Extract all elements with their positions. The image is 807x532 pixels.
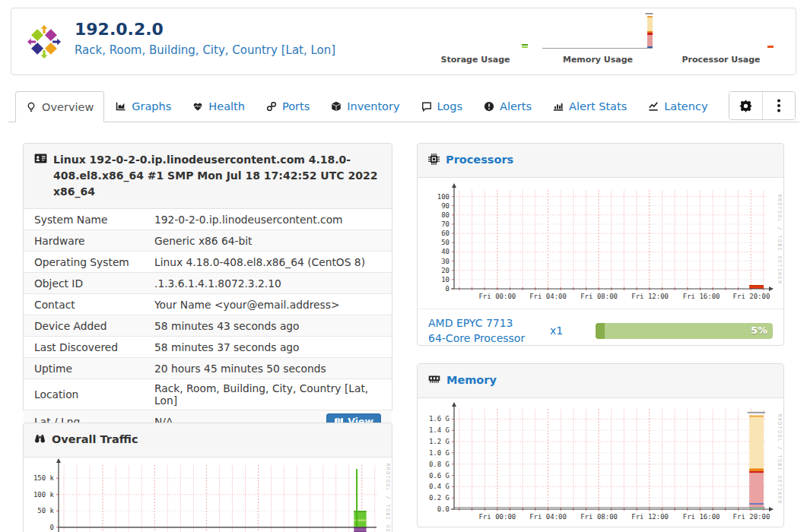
storage-usage-mini-graph[interactable]: Storage Usage <box>418 11 532 74</box>
tab-label: Logs <box>437 100 462 112</box>
row-value: 58 minutes 43 seconds ago <box>154 320 381 332</box>
svg-text:RRDTOOL / TOBI OETIKER: RRDTOOL / TOBI OETIKER <box>777 194 783 284</box>
row-label: Contact <box>34 299 154 311</box>
svg-text:RRDTOOL / TOBI OETIKER: RRDTOOL / TOBI OETIKER <box>777 413 783 504</box>
svg-text:10: 10 <box>441 276 450 283</box>
svg-text:150 k: 150 k <box>33 474 55 482</box>
system-info-row: Uptime20 hours 45 minutes 50 seconds <box>24 357 392 378</box>
link-icon <box>266 101 277 112</box>
svg-text:90: 90 <box>441 201 450 209</box>
tab-label: Alert Stats <box>569 100 627 112</box>
device-actions-group <box>729 91 796 120</box>
tab-alerts[interactable]: Alerts <box>474 91 542 122</box>
tab-label: Alerts <box>500 100 532 112</box>
svg-text:1.4 G: 1.4 G <box>429 426 450 434</box>
processors-header: Processors <box>418 144 783 178</box>
svg-text:Fri 00:00: Fri 00:00 <box>478 293 516 300</box>
row-label: Last Discovered <box>34 341 154 353</box>
line-chart-icon <box>648 101 659 112</box>
device-settings-button[interactable] <box>729 92 762 119</box>
svg-text:Fri 12:00: Fri 12:00 <box>631 293 669 300</box>
tab-logs[interactable]: Logs <box>411 91 472 122</box>
system-info-row: Object ID.1.3.6.1.4.1.8072.3.2.10 <box>24 272 392 293</box>
tab-graphs[interactable]: Graphs <box>106 91 181 122</box>
binoculars-icon <box>34 433 46 443</box>
row-value: Rack, Room, Building, City, Country [Lat… <box>154 382 381 407</box>
tab-alert-stats[interactable]: Alert Stats <box>543 91 637 122</box>
row-value: Your Name <your@email.address> <box>154 299 381 311</box>
svg-text:0.2 G: 0.2 G <box>429 494 450 502</box>
tab-ports[interactable]: Ports <box>256 91 319 122</box>
bar-chart-icon <box>553 101 564 112</box>
svg-text:0.0: 0.0 <box>437 505 450 513</box>
tab-bar: OverviewGraphsHealthPortsInventoryLogsAl… <box>8 90 799 122</box>
svg-text:0.4 G: 0.4 G <box>429 483 450 490</box>
svg-text:60: 60 <box>441 230 450 237</box>
tab-label: Latency <box>664 100 707 112</box>
cpu-usage-percent: 5% <box>751 325 767 336</box>
tabs-list: OverviewGraphsHealthPortsInventoryLogsAl… <box>8 90 799 122</box>
row-value: 20 hours 45 minutes 50 seconds <box>154 363 381 375</box>
cube-icon <box>331 101 342 112</box>
ram-icon <box>428 374 440 384</box>
tab-label: Graphs <box>132 100 171 112</box>
svg-text:Fri 04:00: Fri 04:00 <box>529 513 567 521</box>
row-label: Hardware <box>34 235 154 247</box>
mini-graph-label: Memory Usage <box>541 55 655 65</box>
svg-text:1.2 G: 1.2 G <box>429 438 450 445</box>
graphs-icon <box>116 101 126 112</box>
svg-text:Fri 08:00: Fri 08:00 <box>580 293 618 300</box>
row-label: Operating System <box>34 256 154 268</box>
tab-latency[interactable]: Latency <box>638 91 717 122</box>
processor-row: AMD EPYC 7713 64-Core Processor x1 5% <box>418 309 783 353</box>
row-value: 192-0-2-0.ip.linodeusercontent.com <box>154 214 381 226</box>
overall-traffic-graph[interactable]: 050 k100 k150 kFri 00:00Fri 04:00Fri 08:… <box>24 458 392 532</box>
processors-title-link[interactable]: Processors <box>446 152 513 169</box>
memory-title-link[interactable]: Memory <box>446 372 497 389</box>
more-options-button[interactable] <box>762 92 795 119</box>
row-label: Uptime <box>34 363 154 375</box>
overall-traffic-panel: Overall Traffic 050 k100 k150 kFri 00:00… <box>23 423 392 532</box>
system-info-row: HardwareGeneric x86 64-bit <box>24 230 392 251</box>
system-info-row: Device Added58 minutes 43 seconds ago <box>24 315 392 336</box>
tab-label: Health <box>208 100 245 112</box>
memory-usage-mini-graph[interactable]: Memory Usage <box>541 11 655 74</box>
tab-health[interactable]: Health <box>183 91 255 122</box>
tab-label: Inventory <box>347 100 399 112</box>
svg-text:0.6 G: 0.6 G <box>429 471 450 479</box>
device-location-link[interactable]: Rack, Room, Building, City, Country [Lat… <box>75 43 335 57</box>
svg-text:RRDTOOL / TOBI OETIKER: RRDTOOL / TOBI OETIKER <box>385 463 391 532</box>
system-info-panel: Linux 192-0-2-0.ip.linodeusercontent.com… <box>23 143 392 413</box>
system-info-row: LocationRack, Room, Building, City, Coun… <box>24 378 392 410</box>
svg-text:80: 80 <box>441 211 450 219</box>
processor-usage-mini-graph[interactable]: Processor Usage <box>664 11 778 74</box>
memory-usage-graph[interactable]: 0.00.2 G0.4 G0.6 G0.8 G1.0 G1.2 G1.4 G1.… <box>418 398 783 529</box>
svg-text:50 k: 50 k <box>37 507 54 515</box>
svg-text:70: 70 <box>441 220 450 228</box>
memory-header: Memory <box>418 364 783 398</box>
row-value: 58 minutes 37 seconds ago <box>154 341 381 353</box>
system-info-row: System Name192-0-2-0.ip.linodeuserconten… <box>24 209 392 230</box>
svg-text:Fri 00:00: Fri 00:00 <box>478 513 516 521</box>
row-label: Device Added <box>34 320 154 332</box>
row-label: System Name <box>34 214 154 226</box>
svg-text:50: 50 <box>441 239 450 246</box>
processor-usage-graph[interactable]: 0102030405060708090100Fri 00:00Fri 04:00… <box>418 181 783 309</box>
system-info-header: Linux 192-0-2-0.ip.linodeusercontent.com… <box>24 144 392 209</box>
svg-text:20: 20 <box>441 266 450 274</box>
tab-overview[interactable]: Overview <box>15 91 104 122</box>
id-card-icon <box>34 154 47 163</box>
microchip-icon <box>428 154 440 165</box>
tab-inventory[interactable]: Inventory <box>321 91 409 122</box>
alert-circle-icon <box>484 101 494 112</box>
cpu-usage-bar-fill <box>596 323 605 339</box>
svg-text:30: 30 <box>441 257 450 264</box>
cpu-usage-bar[interactable]: 5% <box>596 323 773 339</box>
memory-panel: Memory 0.00.2 G0.4 G0.6 G0.8 G1.0 G1.2 G… <box>417 363 784 527</box>
svg-text:Fri 12:00: Fri 12:00 <box>631 513 669 521</box>
tab-label: Ports <box>282 100 310 112</box>
row-value: .1.3.6.1.4.1.8072.3.2.10 <box>154 277 381 290</box>
cpu-name-link[interactable]: AMD EPYC 7713 64-Core Processor <box>428 315 542 347</box>
overall-traffic-title: Overall Traffic <box>52 432 138 448</box>
overall-traffic-header: Overall Traffic <box>24 423 392 458</box>
